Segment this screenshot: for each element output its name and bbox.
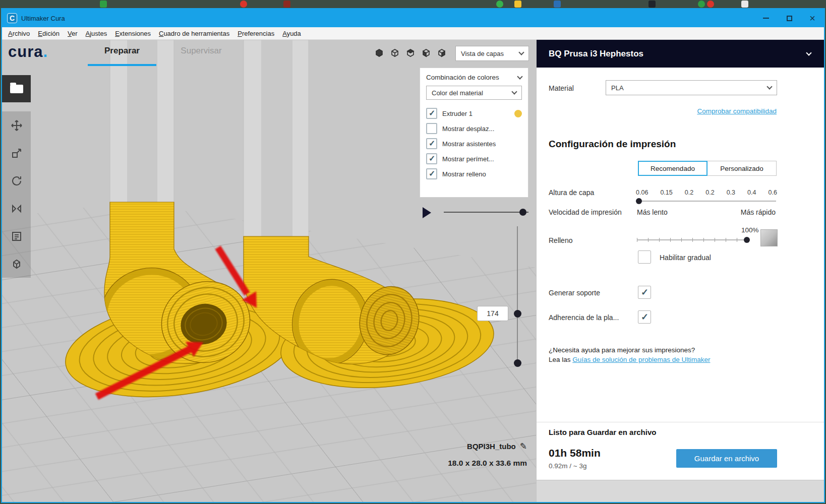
adhesion-checkbox[interactable] (638, 310, 651, 324)
chevron-down-icon (766, 84, 772, 89)
maximize-icon (787, 16, 792, 21)
menu-extensiones[interactable]: Extensiones (111, 28, 155, 39)
maximize-button[interactable] (778, 9, 801, 27)
show-helpers-checkbox[interactable] (426, 138, 437, 149)
material-value: PLA (611, 84, 624, 92)
color-scheme-panel: Combinación de colores Color del materia… (420, 68, 528, 198)
troubleshooting-guides-link[interactable]: Guías de solución de problemas de Ultima… (572, 356, 710, 363)
scale-tool-button[interactable] (2, 139, 31, 167)
tool-sidebar (2, 111, 31, 278)
desktop-icon[interactable] (496, 1, 503, 8)
check-compatibility-link[interactable]: Comprobar compatibilidad (697, 107, 777, 115)
material-dropdown[interactable]: PLA (606, 80, 777, 95)
gradual-infill-label: Habilitar gradual (660, 254, 711, 262)
model-column-right[interactable] (244, 40, 309, 237)
print-speed-label: Velocidad de impresión (549, 208, 622, 216)
tab-prepare[interactable]: Preparar (88, 46, 156, 56)
view-mode-value: Vista de capas (461, 50, 504, 57)
infill-slider[interactable] (637, 236, 749, 243)
speed-max-label: Más rápido (741, 208, 776, 216)
infill-slider-handle[interactable] (744, 237, 750, 243)
view-left-button[interactable] (421, 47, 432, 58)
list-item: Extruder 1 (426, 106, 522, 121)
window-title: Ultimaker Cura (21, 15, 65, 22)
menu-ayuda[interactable]: Ayuda (278, 28, 305, 39)
chevron-down-icon (517, 74, 522, 79)
move-tool-button[interactable] (2, 111, 31, 139)
menu-edicion[interactable]: Edición (34, 28, 64, 39)
support-blocker-button[interactable] (2, 250, 31, 278)
path-slider-track[interactable] (444, 212, 528, 213)
show-travels-checkbox[interactable] (426, 123, 437, 134)
generate-support-checkbox[interactable] (638, 286, 651, 299)
view-front-button[interactable] (389, 47, 400, 58)
path-slider[interactable] (444, 208, 528, 216)
gradual-infill-checkbox[interactable] (638, 250, 651, 264)
desktop-icon[interactable] (240, 1, 247, 8)
layer-slider-track[interactable] (517, 226, 518, 365)
layer-number-value: 174 (487, 309, 498, 318)
layer-number-tooltip: 174 (477, 306, 508, 321)
estimated-print-time: 01h 58min (549, 447, 601, 459)
layer-height-slider[interactable] (637, 198, 776, 204)
play-simulation-button[interactable] (423, 207, 431, 218)
close-button[interactable] (801, 9, 824, 27)
show-shell-checkbox[interactable] (426, 153, 437, 164)
mirror-tool-button[interactable] (2, 195, 31, 222)
save-status: Listo para Guardar en archivo (549, 428, 656, 436)
desktop-icon[interactable] (698, 1, 705, 8)
help-line: Lea las Guías de solución de problemas d… (549, 356, 710, 363)
layer-slider[interactable] (513, 226, 522, 367)
viewport-3d[interactable]: cura. Preparar Supervisar (2, 40, 536, 502)
tab-monitor[interactable]: Supervisar (173, 46, 229, 56)
menu-herramientas[interactable]: Cuadro de herramientas (155, 28, 233, 39)
show-infill-checkbox[interactable] (426, 168, 437, 179)
speed-min-label: Más lento (637, 208, 668, 216)
desktop-icon[interactable] (741, 1, 748, 8)
save-to-file-button[interactable]: Guardar en archivo (676, 449, 777, 468)
menu-archivo[interactable]: Archivo (4, 28, 34, 39)
per-model-settings-icon (11, 230, 23, 242)
view-top-button[interactable] (405, 47, 416, 58)
layer-height-slider-track[interactable] (637, 201, 776, 202)
active-tab-underline (88, 64, 156, 66)
list-item: Mostrar desplaz... (426, 121, 522, 136)
edit-model-name-icon[interactable] (520, 441, 527, 452)
help-prefix: Lea las (549, 356, 572, 363)
machine-selector[interactable]: BQ Prusa i3 Hephestos (537, 40, 824, 68)
layer-slider-lower-handle[interactable] (514, 359, 521, 367)
desktop-icon[interactable] (514, 1, 521, 8)
open-file-button[interactable] (2, 75, 31, 102)
layer-slider-upper-handle[interactable] (514, 310, 521, 318)
cura-window: Ultimaker Cura Archivo Edición Ver Ajust… (1, 8, 825, 503)
menu-preferencias[interactable]: Preferencias (233, 28, 278, 39)
color-scheme-value: Color del material (432, 89, 483, 97)
color-scheme-header[interactable]: Combinación de colores (426, 74, 522, 81)
desktop-icon[interactable] (707, 1, 714, 8)
infill-slider-track[interactable] (637, 239, 749, 240)
title-bar[interactable]: Ultimaker Cura (2, 9, 824, 27)
desktop-icon[interactable] (554, 1, 561, 8)
path-slider-handle[interactable] (519, 209, 526, 216)
desktop-icon[interactable] (283, 1, 290, 8)
view-mode-dropdown[interactable]: Vista de capas (455, 46, 529, 61)
minimize-button[interactable] (754, 9, 778, 27)
layer-height-slider-handle[interactable] (636, 198, 642, 204)
desktop-icon[interactable] (648, 1, 656, 8)
tab-custom[interactable]: Personalizado (707, 161, 777, 176)
view-3d-button[interactable] (374, 47, 385, 58)
tab-recommended[interactable]: Recomendado (638, 161, 707, 176)
cura-logo-dot: . (43, 43, 48, 60)
color-scheme-dropdown[interactable]: Color del material (426, 86, 522, 100)
menu-ajustes[interactable]: Ajustes (82, 28, 111, 39)
desktop-icon[interactable] (100, 1, 107, 8)
extruder1-checkbox[interactable] (426, 108, 437, 119)
layer-view-options: Extruder 1 Mostrar desplaz... Mostrar as… (426, 106, 522, 181)
infill-label: Relleno (549, 236, 572, 244)
menu-ver[interactable]: Ver (64, 28, 82, 39)
close-icon (809, 13, 815, 23)
rotate-tool-button[interactable] (2, 167, 31, 195)
view-right-button[interactable] (436, 47, 447, 58)
per-model-settings-button[interactable] (2, 222, 31, 250)
list-item: Mostrar perímet... (426, 151, 522, 166)
